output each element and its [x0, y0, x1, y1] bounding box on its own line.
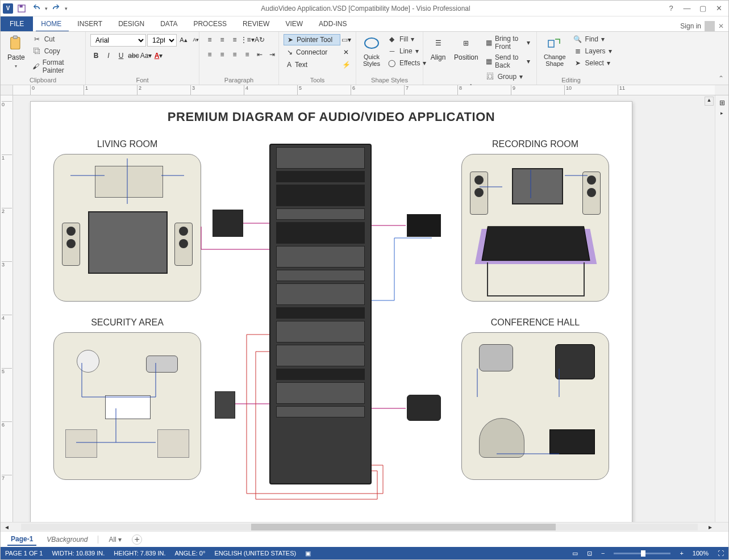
canvas[interactable]: PREMIUM DIAGRAM OF AUDIO/VIDEO APPLICATI…	[13, 95, 715, 522]
page-tab-all[interactable]: All ▾	[105, 534, 125, 545]
line-button[interactable]: ─Line▾	[386, 46, 428, 56]
change-case-icon[interactable]: Aa▾	[140, 50, 152, 61]
drawing-page[interactable]: PREMIUM DIAGRAM OF AUDIO/VIDEO APPLICATI…	[30, 101, 632, 522]
page-tab-vbackground[interactable]: VBackground	[43, 534, 91, 545]
text-direction-icon[interactable]: A↻	[254, 34, 265, 45]
file-tab[interactable]: FILE	[1, 16, 33, 31]
help-icon[interactable]: ?	[664, 2, 678, 15]
server-rack[interactable]	[269, 144, 372, 484]
decrease-indent-icon[interactable]: ⇤	[254, 49, 265, 60]
presentation-mode-icon[interactable]: ▭	[572, 550, 578, 557]
status-language[interactable]: ENGLISH (UNITED STATES)	[214, 550, 296, 557]
fit-page-icon[interactable]: ⊡	[587, 550, 592, 557]
quick-styles-button[interactable]: Quick Styles	[361, 34, 382, 68]
paste-button[interactable]: Paste ▾	[5, 34, 27, 70]
zone-living-room-label[interactable]: LIVING ROOM	[53, 139, 201, 149]
pointer-tool-button[interactable]: ➤Pointer Tool	[284, 34, 340, 45]
macro-record-icon[interactable]: ▣	[305, 550, 311, 557]
collapse-ribbon-icon[interactable]: ⌃	[718, 74, 724, 82]
status-bar: PAGE 1 OF 1 WIDTH: 10.839 IN. HEIGHT: 7.…	[1, 547, 728, 559]
scroll-up-button[interactable]: ▲	[705, 97, 714, 106]
grow-font-icon[interactable]: A▴	[178, 34, 189, 45]
connector-tool-button[interactable]: ↘Connector	[284, 47, 340, 58]
tab-data[interactable]: DATA	[152, 16, 185, 31]
tab-home[interactable]: HOME	[33, 16, 69, 31]
layers-button[interactable]: ≣Layers▾	[572, 46, 614, 56]
redo-icon[interactable]	[50, 2, 63, 15]
italic-icon[interactable]: I	[103, 50, 114, 61]
zone-recording-room[interactable]	[461, 154, 609, 302]
zone-living-room[interactable]	[53, 154, 201, 302]
align-button[interactable]: ☰Align	[428, 34, 448, 62]
save-icon[interactable]	[15, 2, 28, 15]
align-bottom-icon[interactable]: ≡	[229, 34, 240, 45]
diagram-title[interactable]: PREMIUM DIAGRAM OF AUDIO/VIDEO APPLICATI…	[31, 102, 632, 124]
control-panel-conference[interactable]	[407, 395, 441, 421]
fit-to-window-icon[interactable]: ⛶	[718, 550, 724, 557]
group-button[interactable]: ⿴Group▾	[484, 72, 532, 82]
find-button[interactable]: 🔍Find▾	[572, 34, 614, 44]
font-family-select[interactable]: Arial	[90, 34, 146, 47]
align-center-icon[interactable]: ≡	[216, 49, 228, 60]
justify-icon[interactable]: ≡	[241, 49, 253, 60]
add-page-button[interactable]: +	[132, 534, 142, 545]
bullets-icon[interactable]: ⋮≡▾	[241, 34, 253, 45]
zone-security-area[interactable]	[53, 332, 201, 480]
effects-button[interactable]: ◯Effects▾	[386, 58, 428, 68]
font-size-select[interactable]: 12pt.	[147, 34, 177, 47]
shapes-pane-collapsed[interactable]: ⊞ ▸	[715, 95, 728, 522]
rectangle-tool-icon[interactable]: ▭▾	[340, 34, 352, 45]
tab-insert[interactable]: INSERT	[69, 16, 110, 31]
minimize-icon[interactable]: —	[680, 2, 694, 15]
connection-point-icon[interactable]: ✕	[340, 47, 352, 58]
shapes-pane-icon[interactable]: ⊞	[719, 99, 725, 107]
bold-icon[interactable]: B	[90, 50, 102, 61]
close-ribbon-icon[interactable]: ✕	[718, 22, 724, 30]
zoom-slider[interactable]	[614, 553, 670, 554]
underline-icon[interactable]: U	[115, 50, 127, 61]
tab-view[interactable]: VIEW	[277, 16, 311, 31]
zone-conference-hall[interactable]	[461, 332, 609, 480]
tab-design[interactable]: DESIGN	[110, 16, 152, 31]
zone-recording-room-label[interactable]: RECORDING ROOM	[461, 139, 609, 149]
ruler-horizontal[interactable]: 01234567891011	[13, 85, 715, 95]
align-right-icon[interactable]: ≡	[229, 49, 240, 60]
position-button[interactable]: ⊞Position	[452, 34, 481, 62]
select-button[interactable]: ➤Select▾	[572, 58, 614, 68]
format-painter-button[interactable]: 🖌Format Painter	[31, 58, 81, 75]
align-left-icon[interactable]: ≡	[204, 49, 215, 60]
zoom-out-icon[interactable]: −	[601, 550, 605, 557]
bring-to-front-button[interactable]: ▦Bring to Front▾	[484, 34, 532, 51]
zone-conference-hall-label[interactable]: CONFERENCE HALL	[461, 317, 609, 328]
maximize-icon[interactable]: ▢	[695, 2, 710, 15]
undo-icon[interactable]	[30, 2, 43, 15]
send-to-back-button[interactable]: ▦Send to Back▾	[484, 53, 532, 70]
control-panel-security[interactable]	[215, 391, 235, 419]
horizontal-scrollbar[interactable]: ◂ ▸	[1, 522, 728, 531]
align-middle-icon[interactable]: ≡	[216, 34, 228, 45]
zoom-in-icon[interactable]: +	[680, 550, 683, 557]
zone-security-area-label[interactable]: SECURITY AREA	[53, 317, 201, 328]
strikethrough-icon[interactable]: abc	[128, 50, 139, 61]
tab-review[interactable]: REVIEW	[235, 16, 277, 31]
zoom-level[interactable]: 100%	[693, 550, 709, 557]
page-tab-page1[interactable]: Page-1	[7, 533, 36, 546]
tab-process[interactable]: PROCESS	[185, 16, 235, 31]
fill-button[interactable]: ◆Fill▾	[386, 34, 428, 44]
font-color-icon[interactable]: A▾	[153, 50, 164, 61]
ruler-vertical[interactable]: 01234567	[1, 95, 13, 522]
group-editing: Change Shape 🔍Find▾ ≣Layers▾ ➤Select▾ Ed…	[537, 32, 605, 85]
control-panel-living[interactable]	[213, 210, 243, 237]
copy-button[interactable]: ⿻Copy	[31, 46, 81, 56]
text-tool-button[interactable]: AText	[284, 59, 340, 70]
change-shape-button[interactable]: Change Shape	[541, 34, 568, 68]
tab-addins[interactable]: ADD-INS	[311, 16, 355, 31]
action-tool-icon[interactable]: ⚡	[340, 59, 352, 70]
cut-button[interactable]: ✂Cut	[31, 34, 81, 44]
increase-indent-icon[interactable]: ⇥	[266, 49, 278, 60]
align-top-icon[interactable]: ≡	[204, 34, 215, 45]
avatar-icon[interactable]	[705, 21, 715, 31]
close-icon[interactable]: ✕	[711, 2, 726, 15]
control-panel-recording[interactable]	[407, 214, 441, 237]
sign-in-link[interactable]: Sign in	[680, 22, 701, 30]
